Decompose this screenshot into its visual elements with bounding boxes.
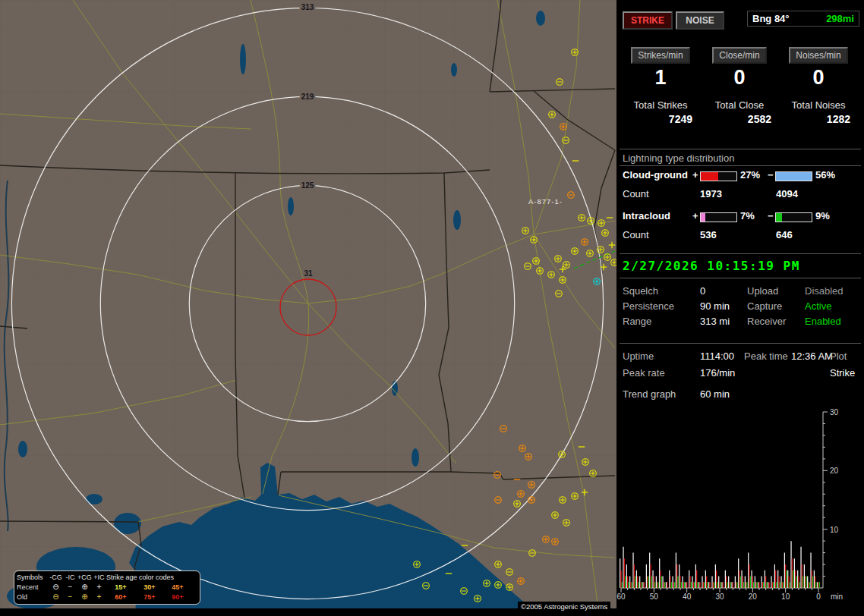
ic-minus-bar [775, 212, 812, 222]
age-code: 90+ [164, 592, 191, 602]
cg-plus-count: 1973 [700, 188, 722, 200]
noises-per-min-button[interactable]: Noises/min [789, 47, 847, 64]
total-close-value: 2582 [700, 113, 779, 125]
noises-column: Noises/min 0 Total Noises 1282 [779, 47, 858, 125]
trend-graph-window: 60 min [700, 388, 730, 400]
cg-minus-count: 4094 [776, 188, 798, 200]
legend-row-label: Recent [17, 583, 49, 592]
peak-time-value: 12:36 AM [791, 350, 833, 362]
bearing-label: Bng 84° [752, 13, 790, 24]
svg-text:30: 30 [830, 408, 839, 416]
ic-plus-count: 536 [700, 229, 717, 240]
total-close-label: Total Close [700, 99, 779, 111]
minus-sign: − [768, 169, 774, 181]
uptime-label: Uptime [623, 350, 654, 362]
peak-rate-label: Peak rate [623, 367, 665, 379]
strikes-column: Strikes/min 1 Total Strikes 7249 [621, 47, 700, 125]
uptime-value: 1114:00 [700, 350, 734, 362]
intracloud-label: Intracloud [623, 210, 670, 222]
legend-row-label: Old [17, 592, 49, 602]
storm-cell-label: A-877-1- [528, 197, 563, 206]
strike-mode-button[interactable]: STRIKE [623, 11, 673, 30]
close-column: Close/min 0 Total Close 2582 [700, 47, 779, 125]
copyright: ©2005 Astrogenic Systems [518, 602, 610, 611]
minus-sign: − [768, 210, 774, 222]
plot-value: Strike [830, 367, 855, 379]
receiver-value: Enabled [805, 316, 841, 327]
strike-symbol-icon: ⊖ [49, 592, 63, 602]
strikes-per-min-button[interactable]: Strikes/min [631, 47, 689, 64]
legend-col-header: +CG [77, 573, 92, 583]
age-code: 45+ [164, 583, 191, 592]
cg-minus-percent: 56% [815, 169, 835, 181]
bearing-range: 298mi [826, 13, 854, 24]
ic-minus-count: 646 [776, 229, 793, 240]
map-legend: Symbols-CG-IC+CG+ICStrike age color code… [14, 570, 200, 605]
strike-symbol-icon: − [63, 592, 77, 602]
peak-time-label: Peak time [744, 350, 788, 362]
cg-minus-bar-fill [776, 172, 812, 181]
count-label: Count [623, 188, 649, 200]
bearing-readout: Bng 84° 298mi [747, 11, 859, 27]
strike-symbol-icon: + [92, 583, 106, 592]
noise-mode-button[interactable]: NOISE [676, 11, 724, 30]
svg-text:20: 20 [749, 592, 758, 601]
age-code: 60+ [106, 592, 135, 602]
ic-plus-percent: 7% [740, 210, 755, 222]
svg-text:50: 50 [650, 592, 659, 601]
divider [620, 278, 861, 278]
uptime-row: Uptime 1114:00 Peak time 12:36 AM Plot [616, 350, 864, 364]
divider [620, 149, 861, 149]
squelch-value: 0 [700, 285, 705, 297]
legend-grid: Symbols-CG-IC+CG+ICStrike age color code… [17, 573, 197, 602]
distribution-title: Lightning type distribution [623, 152, 734, 164]
cg-plus-percent: 27% [740, 169, 760, 181]
range-label: Range [623, 316, 651, 327]
range-ring-label-31: 31 [304, 269, 313, 278]
persistence-value: 90 min [700, 300, 730, 312]
svg-text:10: 10 [781, 592, 790, 601]
intracloud-row: Intracloud + 7% − 9% [616, 210, 864, 225]
map-canvas[interactable]: 313 219 125 31 A-877-1- [0, 0, 616, 616]
range-receiver-row: Range 313 mi Receiver Enabled [616, 316, 864, 329]
svg-text:10: 10 [830, 526, 839, 534]
divider [620, 165, 861, 166]
count-label: Count [623, 229, 649, 240]
upload-value: Disabled [805, 285, 844, 297]
strike-symbol-icon: ⊖ [49, 583, 63, 592]
app-window: 313 219 125 31 A-877-1- Symbols-CG-IC+CG… [0, 0, 864, 616]
age-code: 30+ [135, 583, 164, 592]
ic-plus-bar [700, 212, 737, 222]
cg-plus-bar [700, 171, 737, 181]
legend-col-header: -CG [49, 573, 63, 583]
upload-label: Upload [747, 285, 778, 297]
cloud-ground-label: Cloud-ground [623, 169, 688, 181]
datetime-display: 2/27/2026 10:15:19 PM [623, 259, 800, 273]
age-code: 15+ [106, 583, 135, 592]
divider [620, 343, 861, 344]
svg-text:0: 0 [816, 592, 821, 601]
strike-symbol-icon: ⊕ [77, 583, 92, 592]
svg-text:30: 30 [715, 592, 724, 601]
close-per-min-value: 0 [700, 66, 779, 90]
squelch-label: Squelch [623, 285, 658, 297]
total-noises-value: 1282 [779, 113, 858, 125]
control-panel: STRIKE NOISE Bng 84° 298mi Strikes/min 1… [616, 0, 864, 616]
noises-per-min-value: 0 [779, 66, 858, 90]
trend-graph: 6050403020100min102030 [616, 405, 864, 616]
cg-minus-bar [775, 171, 812, 181]
squelch-upload-row: Squelch 0 Upload Disabled [616, 285, 864, 299]
svg-text:40: 40 [683, 592, 692, 601]
svg-text:60: 60 [616, 592, 626, 601]
total-strikes-label: Total Strikes [621, 99, 700, 111]
lightning-map[interactable]: 313 219 125 31 A-877-1- Symbols-CG-IC+CG… [0, 0, 616, 616]
legend-symbols-header: Symbols [17, 573, 49, 583]
range-ring-label-313: 313 [301, 3, 314, 11]
strike-symbol-icon: − [63, 583, 77, 592]
receiver-label: Receiver [747, 316, 786, 327]
capture-label: Capture [747, 300, 782, 312]
close-per-min-button[interactable]: Close/min [712, 47, 766, 64]
legend-col-header: -IC [63, 573, 77, 583]
capture-value: Active [805, 300, 831, 312]
strike-symbol-icon: ⊕ [77, 592, 92, 602]
